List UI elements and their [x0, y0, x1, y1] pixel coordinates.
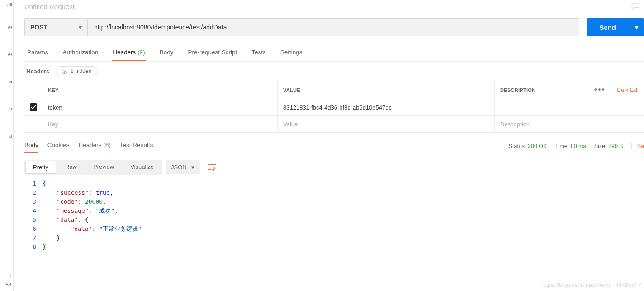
sidebar-item[interactable]: e/ — [0, 50, 13, 59]
resp-tab-headers[interactable]: Headers (6) — [79, 139, 111, 153]
resp-tab-test-results[interactable]: Test Results — [120, 139, 153, 153]
tab-body[interactable]: Body — [159, 46, 175, 61]
bulk-edit-link[interactable]: Bulk Edi — [613, 81, 644, 99]
header-value-input[interactable]: Value — [278, 116, 495, 132]
time-value: 80 ms — [571, 143, 586, 149]
sidebar-item[interactable]: e/ — [0, 23, 13, 32]
tab-settings[interactable]: Settings — [279, 46, 303, 61]
resp-tab-cookies[interactable]: Cookies — [47, 139, 70, 153]
table-row-empty: Key Value Description — [24, 116, 644, 132]
collections-sidebar: all e/ e/ a a a e 58 — [0, 0, 14, 291]
sidebar-item[interactable]: a — [0, 131, 13, 140]
header-value-input[interactable]: 83121831-fbc4-4d36-bf8d-ab6d10e547dc — [278, 99, 495, 115]
wrap-lines-button[interactable] — [204, 159, 220, 175]
col-value: VALUE — [278, 81, 495, 99]
view-visualize[interactable]: Visualize — [122, 160, 162, 175]
resp-tab-body[interactable]: Body — [24, 139, 38, 153]
url-value: http://localhost:8080/Idempotence/test/a… — [94, 24, 227, 31]
view-pretty[interactable]: Pretty — [25, 161, 56, 174]
http-method-select[interactable]: POST ▾ — [24, 18, 88, 36]
response-meta: Status: 200 OK Time: 80 ms Size: 290 B S… — [509, 143, 644, 149]
eye-icon — [62, 69, 68, 73]
watermark: https://blog.csdn.net/weixin_44795847 — [541, 281, 641, 288]
header-desc-input[interactable] — [495, 99, 644, 115]
hidden-count-label: 8 hidden — [71, 68, 91, 74]
response-viewer-bar: Pretty Raw Preview Visualize JSON ▾ — [24, 159, 644, 175]
format-select[interactable]: JSON ▾ — [166, 160, 200, 174]
svg-point-0 — [64, 71, 66, 72]
save-response-link[interactable]: Sa — [631, 143, 644, 149]
view-mode-segment: Pretty Raw Preview Visualize — [24, 160, 162, 175]
tab-tests[interactable]: Tests — [251, 46, 267, 61]
response-tabs: Body Cookies Headers (6) Test Results St… — [24, 139, 644, 153]
col-key: KEY — [43, 81, 278, 99]
header-key-input[interactable]: Key — [43, 116, 278, 132]
send-split-dropdown[interactable]: ▾ — [629, 18, 644, 36]
chevron-down-icon: ▾ — [635, 23, 639, 31]
header-desc-input[interactable]: Description — [495, 116, 644, 132]
table-row: token 83121831-fbc4-4d36-bf8d-ab6d10e547… — [24, 99, 644, 116]
status-value: 200 OK — [528, 143, 547, 149]
headers-label: Headers — [26, 68, 49, 75]
view-raw[interactable]: Raw — [57, 160, 85, 175]
more-icon[interactable]: ••• — [586, 81, 613, 99]
row-checkbox[interactable] — [30, 103, 37, 111]
chevron-down-icon: ▾ — [79, 24, 82, 31]
toggle-hidden-headers[interactable]: 8 hidden — [56, 66, 97, 76]
send-button[interactable]: Send ▾ — [587, 18, 644, 36]
request-title: Untitled Request — [24, 3, 631, 10]
col-description: DESCRIPTION — [495, 81, 586, 99]
header-key-input[interactable]: token — [43, 99, 278, 115]
sidebar-item[interactable]: e — [0, 271, 12, 280]
sidebar-item[interactable]: a — [0, 104, 13, 113]
tab-params[interactable]: Params — [26, 46, 49, 61]
http-method-value: POST — [30, 24, 47, 31]
sidebar-item[interactable]: 58 — [0, 280, 12, 289]
main-panel: Untitled Request POST ▾ http://localhost… — [14, 0, 644, 291]
view-preview[interactable]: Preview — [85, 160, 122, 175]
tab-headers[interactable]: Headers (9) — [112, 46, 146, 61]
tab-authorization[interactable]: Authorization — [62, 46, 99, 61]
sidebar-item[interactable]: a — [0, 77, 13, 86]
comment-icon[interactable] — [631, 3, 639, 10]
request-tabs: Params Authorization Headers (9) Body Pr… — [24, 46, 644, 62]
response-body[interactable]: 1{2 "success": true,3 "code": 20000,4 "m… — [24, 179, 644, 252]
send-button-label: Send — [587, 24, 629, 31]
format-value: JSON — [171, 164, 187, 171]
tab-pre-request-script[interactable]: Pre-request Script — [187, 46, 238, 61]
sidebar-item[interactable]: all — [0, 0, 13, 9]
url-input[interactable]: http://localhost:8080/Idempotence/test/a… — [88, 18, 579, 36]
headers-table: KEY VALUE DESCRIPTION ••• Bulk Edi token… — [24, 81, 644, 133]
size-value: 290 B — [608, 143, 623, 149]
chevron-down-icon: ▾ — [191, 164, 194, 171]
